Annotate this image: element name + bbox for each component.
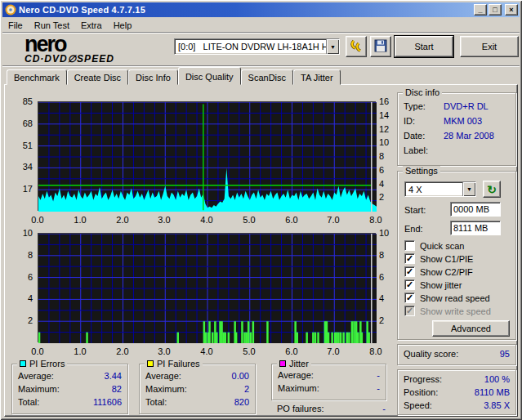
- y2-axis-tick-label: 6: [379, 272, 384, 282]
- menu-run-test[interactable]: Run Test: [29, 19, 75, 32]
- y2-axis-tick-label: 6: [379, 165, 384, 175]
- pi-failures-swatch-icon: [147, 360, 154, 367]
- end-field[interactable]: [450, 221, 501, 235]
- jitter-maximum-value: -: [377, 383, 380, 393]
- pi-failures-average-value: 0.00: [232, 371, 249, 381]
- x-axis-tick-label: 0.0: [25, 215, 50, 225]
- jitter-average-label: Average:: [278, 370, 314, 380]
- menu-extra[interactable]: Extra: [75, 19, 108, 32]
- speed-label: Speed:: [404, 400, 432, 410]
- close-button[interactable]: ×: [505, 4, 518, 16]
- y-axis-tick-label: 34: [0, 162, 33, 172]
- quick-scan-checkbox-box[interactable]: [404, 240, 415, 251]
- x-axis-tick-label: 0.0: [25, 346, 50, 356]
- y2-axis-tick-label: 10: [379, 137, 389, 147]
- speed-select-arrow-icon[interactable]: ▼: [462, 182, 475, 196]
- show-read-speed-checkbox-box[interactable]: ✓: [404, 293, 415, 303]
- pi-errors-maximum-label: Maximum:: [18, 384, 60, 394]
- x-axis-tick-label: 8.0: [364, 346, 388, 356]
- show-jitter-checkbox[interactable]: ✓ Show jitter: [404, 279, 462, 290]
- maximize-button[interactable]: □: [489, 4, 502, 16]
- tab-disc-info[interactable]: Disc Info: [128, 69, 178, 85]
- drive-select-value: [0:0] LITE-ON DVDRW LH-18A1H HL09: [175, 42, 326, 51]
- pi-failures-maximum-label: Maximum:: [145, 384, 187, 394]
- po-failures-value: -: [382, 404, 386, 413]
- x-axis-tick-label: 2.0: [110, 346, 135, 356]
- drive-select[interactable]: [0:0] LITE-ON DVDRW LH-18A1H HL09 ▼: [174, 38, 340, 55]
- refresh-icon: ↻: [487, 184, 497, 195]
- save-button[interactable]: [370, 36, 391, 57]
- x-axis-tick-label: 4.0: [194, 346, 219, 356]
- y2-axis-tick-label: 4: [379, 179, 384, 189]
- jitter-maximum-label: Maximum:: [278, 383, 319, 393]
- disc-date-value: 28 Mar 2008: [444, 131, 494, 141]
- menu-bar: File Run Test Extra Help: [2, 18, 520, 33]
- position-label: Position:: [404, 387, 438, 397]
- show-c1-pie-checkbox[interactable]: ✓ Show C1/PIE: [404, 253, 473, 264]
- advanced-button[interactable]: Advanced: [432, 320, 510, 337]
- show-c1-pie-checkbox-box[interactable]: ✓: [404, 253, 415, 264]
- pi-errors-total-label: Total:: [18, 397, 39, 407]
- x-axis-tick-label: 6.0: [279, 215, 304, 225]
- x-axis-tick-label: 5.0: [237, 215, 261, 225]
- menu-help[interactable]: Help: [108, 19, 138, 32]
- app-window: Nero CD-DVD Speed 4.7.7.15 _ □ × File Ru…: [0, 0, 522, 420]
- x-axis-tick-label: 5.0: [237, 346, 261, 356]
- show-c2-pif-checkbox[interactable]: ✓ Show C2/PIF: [404, 266, 473, 277]
- disc-id-value: MKM 003: [444, 116, 482, 126]
- progress-value: 100 %: [484, 374, 510, 384]
- title-bar[interactable]: Nero CD-DVD Speed 4.7.7.15 _ □ ×: [2, 2, 520, 17]
- pi-errors-plot: [38, 101, 376, 211]
- start-button[interactable]: Start: [395, 36, 453, 57]
- x-axis-tick-label: 3.0: [152, 215, 176, 225]
- pi-errors-average-value: 3.44: [105, 371, 122, 381]
- settings-panel: Settings 4 X ▼ ↻ Start: End: Quick scan …: [397, 171, 516, 340]
- refresh-button[interactable]: ↻: [483, 181, 501, 198]
- y2-axis-tick-label: 16: [379, 96, 389, 106]
- show-jitter-checkbox-box[interactable]: ✓: [404, 279, 415, 290]
- app-icon: [5, 4, 16, 16]
- quality-score-label: Quality score:: [404, 349, 458, 359]
- speed-select-value: 4 X: [405, 185, 462, 194]
- tab-ta-jitter[interactable]: TA Jitter: [293, 69, 341, 85]
- disc-type-value: DVD+R DL: [444, 101, 489, 111]
- tab-disc-quality[interactable]: Disc Quality: [178, 67, 241, 85]
- pi-failures-average-label: Average:: [145, 371, 181, 381]
- menu-file[interactable]: File: [2, 19, 29, 32]
- pi-errors-legend: PI Errors: [17, 359, 67, 369]
- pi-errors-panel: PI Errors Average:3.44 Maximum:82 Total:…: [11, 364, 128, 414]
- tab-benchmark[interactable]: Benchmark: [7, 69, 67, 85]
- pi-failures-plot: [38, 233, 376, 342]
- y2-axis-tick-label: 12: [379, 124, 389, 134]
- disc-type-label: Type:: [404, 101, 426, 111]
- eject-tray-button[interactable]: [346, 36, 367, 57]
- minimize-button[interactable]: _: [474, 4, 487, 16]
- jitter-average-value: -: [377, 370, 380, 380]
- po-failures-row: PO failures: -: [277, 404, 386, 413]
- pi-failures-maximum-value: 2: [244, 384, 249, 394]
- tab-create-disc[interactable]: Create Disc: [67, 69, 128, 85]
- start-field-label: Start:: [404, 205, 426, 215]
- x-axis-tick-label: 8.0: [364, 215, 388, 225]
- x-axis-tick-label: 3.0: [152, 346, 176, 356]
- tab-scandisc[interactable]: ScanDisc: [241, 69, 293, 85]
- pi-failures-total-label: Total:: [145, 397, 167, 407]
- drive-select-arrow-icon[interactable]: ▼: [326, 39, 339, 54]
- toolbar-divider: [2, 65, 520, 67]
- quick-scan-checkbox[interactable]: Quick scan: [404, 240, 464, 251]
- y-axis-tick-label: 10: [0, 228, 33, 238]
- show-c2-pif-checkbox-box[interactable]: ✓: [404, 266, 415, 277]
- pi-failures-panel: PI Failures Average:0.00 Maximum:2 Total…: [139, 364, 256, 414]
- nero-logo: nero CD·DVD∅SPEED: [25, 34, 114, 64]
- show-read-speed-checkbox[interactable]: ✓ Show read speed: [404, 293, 490, 303]
- y2-axis-tick-label: 10: [379, 228, 389, 238]
- start-field[interactable]: [450, 202, 501, 217]
- speed-select[interactable]: 4 X ▼: [404, 181, 476, 197]
- y2-axis-tick-label: 8: [379, 250, 384, 260]
- quality-score-panel: Quality score: 95: [397, 344, 516, 365]
- exit-button[interactable]: Exit: [460, 36, 519, 57]
- speed-value: 3.85 X: [484, 400, 510, 410]
- show-write-speed-checkbox-box: ✓: [404, 306, 415, 316]
- disc-info-panel: Disc info Type: DVD+R DL ID: MKM 003 Dat…: [397, 92, 516, 166]
- disc-info-title: Disc info: [403, 87, 442, 97]
